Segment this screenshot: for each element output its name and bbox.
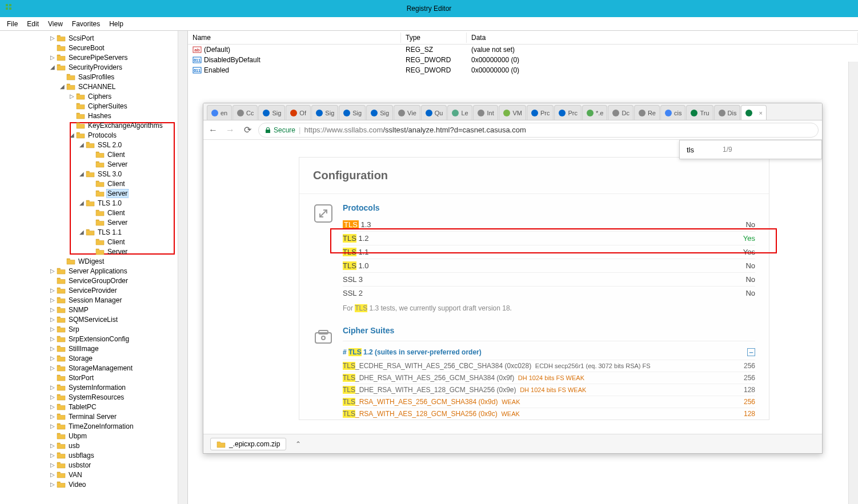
tree-node[interactable]: ◢SSL 2.0 xyxy=(0,140,187,150)
tree-node[interactable]: ▷StillImage xyxy=(0,344,187,353)
tree-node[interactable]: ▷SQMServiceList xyxy=(0,315,187,324)
tree-expander[interactable]: ▷ xyxy=(49,336,57,342)
tree-node[interactable]: ▷SrpExtensionConfig xyxy=(0,334,187,344)
browser-tab[interactable]: Int xyxy=(473,105,498,120)
tree-expander[interactable]: ▷ xyxy=(49,404,57,410)
tree-node[interactable]: ▷Video xyxy=(0,479,187,489)
tree-expander[interactable]: ▷ xyxy=(49,394,57,400)
tree-expander[interactable]: ▷ xyxy=(49,471,57,478)
browser-tab[interactable]: Sig xyxy=(258,105,285,120)
value-row[interactable]: ab(Default)REG_SZ(value not set) xyxy=(188,45,858,55)
tree-node[interactable]: Server xyxy=(0,247,187,256)
tree-node[interactable]: ◢SCHANNEL xyxy=(0,82,187,91)
tree-node[interactable]: Server xyxy=(0,217,187,227)
download-chip[interactable]: _.epicxp.com.zip xyxy=(210,438,286,450)
menu-view[interactable]: View xyxy=(43,19,67,29)
forward-button[interactable]: → xyxy=(224,124,236,136)
tree-expander[interactable]: ▷ xyxy=(49,326,57,332)
tree-node[interactable]: CipherSuites xyxy=(0,101,187,111)
tree-node[interactable]: Server xyxy=(0,159,187,169)
list-header[interactable]: Name Type Data xyxy=(188,31,858,45)
tree-node[interactable]: Server xyxy=(0,188,187,198)
collapse-button[interactable]: − xyxy=(747,348,755,356)
browser-tab[interactable]: Sig xyxy=(339,105,366,120)
tree-node[interactable]: ▷SecurePipeServers xyxy=(0,53,187,62)
tree-node[interactable]: ◢SecurityProviders xyxy=(0,62,187,72)
browser-tab[interactable]: VM xyxy=(499,105,526,120)
menu-help[interactable]: Help xyxy=(105,19,128,29)
value-row[interactable]: 011EnabledREG_DWORD0x00000000 (0) xyxy=(188,65,858,75)
tree-node[interactable]: Client xyxy=(0,179,187,188)
tree-node[interactable]: ▷SystemResources xyxy=(0,392,187,402)
browser-tab[interactable]: cis xyxy=(660,105,685,120)
tree-node[interactable]: ▷ScsiPort xyxy=(0,33,187,43)
browser-tabstrip[interactable]: enCcSigOfSigSigSigVieQuLeIntVMPrcPrc*.eD… xyxy=(203,103,822,120)
tree-node[interactable]: SaslProfiles xyxy=(0,72,187,82)
tree-node[interactable]: ▷VAN xyxy=(0,470,187,479)
tree-node[interactable]: Client xyxy=(0,150,187,159)
tree-expander[interactable]: ◢ xyxy=(49,64,57,70)
tree-node[interactable]: WDigest xyxy=(0,256,187,266)
find-in-page-bar[interactable]: tls 1/9 xyxy=(679,140,822,159)
tree-node[interactable]: ◢Protocols xyxy=(0,130,187,140)
browser-tab[interactable]: × xyxy=(741,105,766,120)
browser-tab[interactable]: Re xyxy=(634,105,660,120)
tree-expander[interactable]: ▷ xyxy=(49,35,57,41)
browser-tab[interactable]: Dc xyxy=(608,105,633,120)
tree-expander[interactable]: ▷ xyxy=(49,442,57,449)
expand-icon[interactable] xyxy=(313,203,343,317)
tree-node[interactable]: ▷TimeZoneInformation xyxy=(0,421,187,431)
value-row[interactable]: 011DisabledByDefaultREG_DWORD0x00000000 … xyxy=(188,55,858,65)
menu-file[interactable]: File xyxy=(2,19,22,29)
tree-node[interactable]: ◢TLS 1.1 xyxy=(0,227,187,237)
menu-edit[interactable]: Edit xyxy=(22,19,43,29)
tree-node[interactable]: ▷Srp xyxy=(0,324,187,334)
tree-expander[interactable]: ▷ xyxy=(49,345,57,352)
browser-tab[interactable]: Tru xyxy=(686,105,713,120)
tree-expander[interactable]: ▷ xyxy=(49,423,57,429)
tree-node[interactable]: ▷usbflags xyxy=(0,450,187,460)
tree-expander[interactable]: ▷ xyxy=(49,384,57,390)
browser-tab[interactable]: Of xyxy=(286,105,311,120)
tree-node[interactable]: KeyExchangeAlgorithms xyxy=(0,120,187,130)
tree-expander[interactable]: ▷ xyxy=(49,481,57,487)
tree-expander[interactable]: ◢ xyxy=(58,83,66,90)
browser-tab[interactable]: Prc xyxy=(554,105,582,120)
right-scrollbar[interactable] xyxy=(848,62,858,504)
tree-expander[interactable]: ▷ xyxy=(49,316,57,322)
tree-node[interactable]: ▷Storage xyxy=(0,353,187,363)
tree-expander[interactable]: ▷ xyxy=(49,452,57,458)
download-chevron[interactable]: ⌃ xyxy=(291,438,306,450)
browser-tab[interactable]: en xyxy=(207,105,232,120)
tree-expander[interactable]: ◢ xyxy=(68,132,76,138)
address-bar[interactable]: Secure | https://www.ssllabs.com/ssltest… xyxy=(258,123,819,138)
tree-node[interactable]: StorPort xyxy=(0,373,187,382)
tree-expander[interactable]: ▷ xyxy=(49,268,57,274)
tree-node[interactable]: ◢SSL 3.0 xyxy=(0,169,187,179)
tree-expander[interactable]: ◢ xyxy=(78,200,86,206)
tree-expander[interactable]: ▷ xyxy=(49,355,57,361)
tree-node[interactable]: ▷SystemInformation xyxy=(0,382,187,392)
tree-node[interactable]: ▷Server Applications xyxy=(0,266,187,276)
browser-tab[interactable]: Sig xyxy=(311,105,338,120)
menu-favorites[interactable]: Favorites xyxy=(67,19,105,29)
tree-expander[interactable]: ▷ xyxy=(49,462,57,468)
reload-button[interactable]: ⟳ xyxy=(241,124,254,136)
tree-node[interactable]: ◢TLS 1.0 xyxy=(0,198,187,208)
tree-node[interactable]: ▷usbstor xyxy=(0,460,187,470)
col-data[interactable]: Data xyxy=(467,33,858,43)
tree-expander[interactable]: ◢ xyxy=(78,229,86,235)
back-button[interactable]: ← xyxy=(207,124,219,136)
tree-node[interactable]: ▷usb xyxy=(0,441,187,450)
tree-node[interactable]: Hashes xyxy=(0,111,187,120)
tree-node[interactable]: Client xyxy=(0,208,187,217)
browser-tab[interactable]: Cc xyxy=(232,105,258,120)
browser-tab[interactable]: Le xyxy=(447,105,472,120)
tree-node[interactable]: ▷ServiceProvider xyxy=(0,285,187,295)
tree-node[interactable]: ▷TabletPC xyxy=(0,402,187,412)
tree-node[interactable]: ▷SNMP xyxy=(0,305,187,315)
browser-tab[interactable]: Sig xyxy=(366,105,393,120)
tab-close[interactable]: × xyxy=(759,110,762,116)
registry-tree[interactable]: ▷ScsiPortSecureBoot▷SecurePipeServers◢Se… xyxy=(0,31,188,504)
tree-node[interactable]: Client xyxy=(0,237,187,247)
